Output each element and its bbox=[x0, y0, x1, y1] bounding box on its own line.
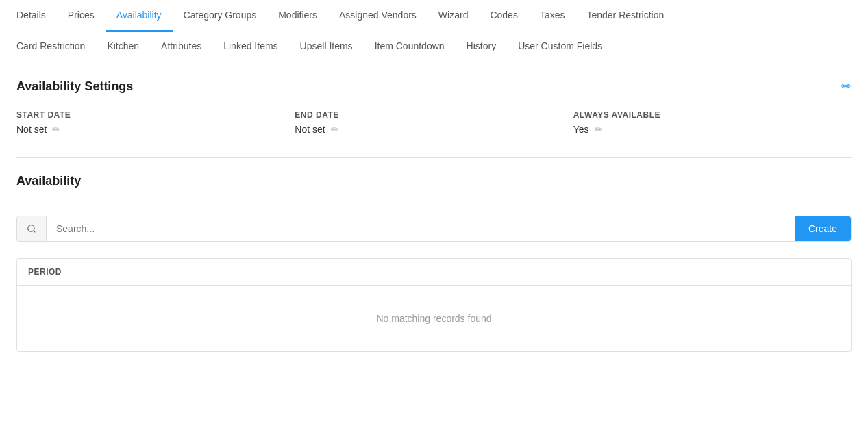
table-column-header: Period bbox=[17, 259, 851, 286]
field-group-2: Always AvailableYes✏ bbox=[573, 110, 852, 135]
field-edit-icon-1[interactable]: ✏ bbox=[331, 124, 339, 135]
availability-table: Period No matching records found bbox=[16, 258, 852, 352]
field-group-0: Start DateNot set✏ bbox=[16, 110, 295, 135]
nav-tab-codes[interactable]: Codes bbox=[479, 0, 528, 32]
availability-title: Availability bbox=[16, 174, 852, 188]
nav-tab-wizard[interactable]: Wizard bbox=[427, 0, 480, 32]
search-input[interactable] bbox=[47, 216, 795, 241]
nav-row-2: Card RestrictionKitchenAttributesLinked … bbox=[0, 31, 868, 62]
availability-settings-section: Availability Settings ✏ Start DateNot se… bbox=[16, 79, 852, 135]
nav-tab-linked-items[interactable]: Linked Items bbox=[212, 31, 288, 62]
table-empty-message: No matching records found bbox=[17, 286, 851, 351]
field-value-1: Not set bbox=[295, 124, 325, 135]
field-group-1: End DateNot set✏ bbox=[295, 110, 573, 135]
nav-row-1: DetailsPricesAvailabilityCategory Groups… bbox=[0, 0, 868, 31]
availability-section: Availability Create Period No matching r… bbox=[16, 174, 852, 352]
nav-tab-upsell-items[interactable]: Upsell Items bbox=[289, 31, 364, 62]
nav-tab-item-countdown[interactable]: Item Countdown bbox=[364, 31, 456, 62]
nav-tab-modifiers[interactable]: Modifiers bbox=[267, 0, 328, 32]
field-label-0: Start Date bbox=[16, 110, 295, 120]
field-edit-icon-0[interactable]: ✏ bbox=[52, 124, 60, 135]
nav-tab-prices[interactable]: Prices bbox=[57, 0, 106, 32]
svg-point-0 bbox=[28, 225, 34, 231]
settings-title: Availability Settings bbox=[16, 79, 133, 94]
field-value-2: Yes bbox=[573, 124, 589, 135]
nav-tab-kitchen[interactable]: Kitchen bbox=[96, 31, 150, 62]
field-edit-icon-2[interactable]: ✏ bbox=[595, 124, 603, 135]
search-button[interactable] bbox=[17, 216, 47, 241]
nav-tab-assigned-vendors[interactable]: Assigned Vendors bbox=[328, 0, 427, 32]
nav-tab-taxes[interactable]: Taxes bbox=[529, 0, 576, 32]
nav-tab-user-custom-fields[interactable]: User Custom Fields bbox=[507, 31, 613, 62]
nav-tab-category-groups[interactable]: Category Groups bbox=[173, 0, 268, 32]
nav-tab-availability[interactable]: Availability bbox=[106, 0, 173, 32]
svg-line-1 bbox=[34, 231, 36, 233]
settings-fields: Start DateNot set✏End DateNot set✏Always… bbox=[16, 110, 852, 135]
nav-tab-attributes[interactable]: Attributes bbox=[150, 31, 212, 62]
field-value-0: Not set bbox=[16, 124, 47, 135]
field-label-2: Always Available bbox=[573, 110, 852, 120]
settings-edit-icon[interactable]: ✏ bbox=[841, 79, 852, 94]
section-divider bbox=[16, 157, 852, 158]
field-label-1: End Date bbox=[295, 110, 573, 120]
nav-tab-card-restriction[interactable]: Card Restriction bbox=[5, 31, 96, 62]
search-bar: Create bbox=[16, 216, 852, 242]
nav-tab-tender-restriction[interactable]: Tender Restriction bbox=[575, 0, 675, 32]
create-button[interactable]: Create bbox=[795, 216, 851, 241]
nav-tab-details[interactable]: Details bbox=[5, 0, 57, 32]
nav-tab-history[interactable]: History bbox=[456, 31, 508, 62]
